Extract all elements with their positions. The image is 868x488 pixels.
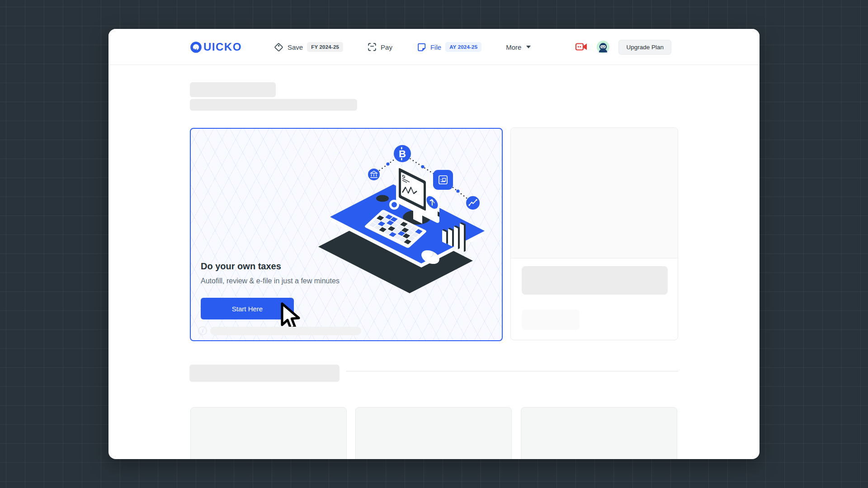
nav-item-label: More	[506, 43, 521, 51]
upgrade-plan-button[interactable]: Upgrade Plan	[618, 40, 671, 55]
top-navbar: UICKO Save FY 2024-25	[108, 29, 760, 65]
hero-subtitle: Autofill, review & e-file in just a few …	[201, 277, 340, 285]
chevron-down-icon	[526, 46, 531, 48]
side-card-text-skeleton	[522, 266, 668, 295]
nav-item-label: Save	[288, 43, 303, 51]
nav-menu: Save FY 2024-25 Pay	[274, 29, 531, 65]
do-your-own-taxes-card: B Do your own tax	[190, 128, 503, 341]
side-card-button-skeleton	[522, 310, 580, 330]
assessment-year-badge: AY 2024-25	[445, 42, 481, 52]
nav-item-save[interactable]: Save FY 2024-25	[274, 42, 343, 52]
nav-item-file[interactable]: File AY 2024-25	[417, 42, 481, 52]
page-subtitle-skeleton	[190, 99, 357, 111]
pay-scan-icon	[368, 42, 377, 52]
bottom-card-placeholder	[190, 407, 347, 459]
bank-node-icon	[368, 169, 380, 180]
nav-item-pay[interactable]: Pay	[368, 42, 392, 52]
assistant-bot-avatar[interactable]	[597, 41, 609, 53]
document-node-icon	[433, 170, 453, 190]
quicko-logo-q-icon	[190, 41, 202, 53]
bottom-card-placeholder	[521, 407, 677, 459]
side-promo-card	[510, 127, 678, 340]
nav-item-more[interactable]: More	[506, 43, 531, 51]
side-card-media-placeholder	[511, 128, 678, 258]
bitcoin-node-icon: B	[394, 145, 411, 162]
trend-node-icon	[466, 196, 480, 210]
hero-footnote-skeleton	[210, 327, 361, 335]
quicko-logo[interactable]: UICKO	[190, 41, 242, 53]
svg-text:B: B	[399, 148, 406, 160]
section-divider	[346, 371, 678, 371]
nav-item-label: File	[430, 43, 441, 51]
file-document-icon	[417, 42, 426, 52]
hero-title: Do your own taxes	[201, 261, 281, 272]
tax-desk-illustration: B	[276, 131, 493, 295]
page-title-skeleton	[190, 82, 276, 97]
bottom-card-placeholder	[355, 407, 512, 459]
app-window: UICKO Save FY 2024-25	[108, 29, 760, 459]
fiscal-year-badge: FY 2024-25	[307, 42, 343, 52]
nav-right-group: Upgrade Plan	[575, 29, 671, 65]
save-tag-icon	[274, 42, 283, 52]
info-icon: i	[198, 326, 207, 335]
quicko-logo-text: UICKO	[203, 41, 242, 53]
video-record-icon[interactable]	[575, 42, 588, 52]
section-title-skeleton	[189, 365, 340, 382]
nav-item-label: Pay	[381, 43, 392, 51]
